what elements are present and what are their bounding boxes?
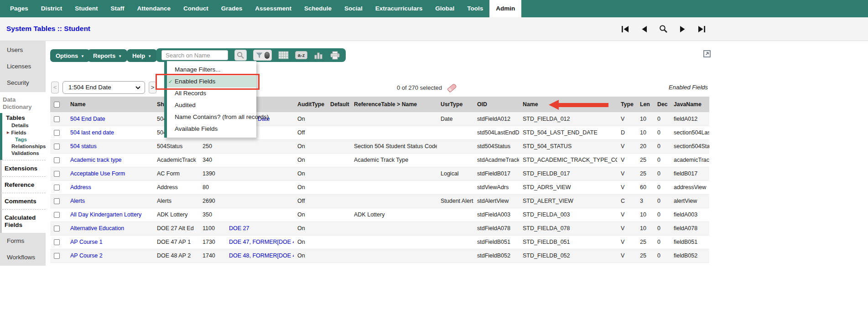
nav-tab[interactable]: Attendance bbox=[131, 0, 177, 17]
tag-link[interactable]: DOE 27 bbox=[229, 225, 249, 232]
field-name-link[interactable]: 504 status bbox=[70, 143, 97, 149]
row-checkbox[interactable] bbox=[54, 226, 60, 232]
filter-menu-item[interactable]: Available Fields bbox=[167, 123, 256, 135]
sidebar-group[interactable]: Comments bbox=[0, 193, 46, 209]
nav-tab[interactable]: Student bbox=[68, 0, 104, 17]
field-name-link[interactable]: Acceptable Use Form bbox=[70, 170, 125, 177]
sort-az-icon[interactable]: a-z bbox=[295, 51, 307, 59]
nav-tab[interactable]: Staff bbox=[104, 0, 131, 17]
reports-button[interactable]: Reports▼ bbox=[88, 49, 127, 62]
col-header-oid[interactable]: OID bbox=[473, 97, 519, 112]
nav-tab[interactable]: Tools bbox=[461, 0, 489, 17]
nav-tab[interactable]: Global bbox=[429, 0, 461, 17]
chevron-down-icon bbox=[135, 86, 140, 89]
field-name-link[interactable]: 504 End Date bbox=[70, 116, 105, 122]
row-checkbox[interactable] bbox=[54, 130, 60, 136]
nav-tab[interactable]: District bbox=[35, 0, 69, 17]
table-row: AP Course 1 DOE 47 AP 1 1730 DOE 47, FOR… bbox=[50, 235, 709, 249]
grid-view-icon[interactable] bbox=[278, 51, 289, 59]
sidebar-item[interactable]: Workflows bbox=[0, 249, 46, 266]
sidebar-subitem[interactable]: Details bbox=[2, 122, 46, 129]
sidebar-item[interactable]: Forms bbox=[0, 233, 46, 249]
field-name-link[interactable]: AP Course 1 bbox=[70, 239, 103, 245]
sidebar-item[interactable]: Licenses bbox=[0, 58, 46, 75]
row-checkbox[interactable] bbox=[54, 253, 60, 259]
col-header-usrtype[interactable]: UsrType bbox=[437, 97, 473, 112]
cell-default bbox=[327, 153, 350, 167]
row-checkbox[interactable] bbox=[54, 116, 60, 122]
search-input[interactable] bbox=[161, 50, 228, 60]
field-name-link[interactable]: All Day Kindergarten Lottery bbox=[70, 211, 141, 218]
row-checkbox[interactable] bbox=[54, 157, 60, 163]
table-row: 504 End Date 504 Date On Date stdFieldA0… bbox=[50, 112, 709, 126]
previous-icon[interactable] bbox=[641, 26, 647, 33]
cell-tags: DOE 47, FORMER[DOE 47] bbox=[225, 235, 294, 249]
col-header-len[interactable]: Len bbox=[636, 97, 654, 112]
sidebar-item[interactable]: Users bbox=[0, 42, 46, 58]
sidebar-subitem[interactable]: Fields bbox=[2, 129, 46, 136]
record-select[interactable]: 1:504 End Date bbox=[62, 81, 145, 94]
filter-menu-item[interactable]: Name Contains? (from all records) bbox=[167, 111, 256, 123]
nav-tab[interactable]: Admin bbox=[489, 0, 521, 17]
prev-record-button[interactable]: < bbox=[51, 82, 59, 93]
nav-tab[interactable]: Conduct bbox=[177, 0, 215, 17]
last-icon[interactable] bbox=[698, 26, 706, 33]
first-icon[interactable] bbox=[621, 26, 629, 33]
print-icon[interactable] bbox=[330, 51, 340, 60]
cell-tags bbox=[225, 180, 294, 194]
sidebar-subitem[interactable]: Tags bbox=[2, 136, 46, 143]
row-checkbox[interactable] bbox=[54, 212, 60, 218]
search-icon[interactable] bbox=[659, 25, 668, 33]
col-header-default[interactable]: Default bbox=[327, 97, 350, 112]
nav-tab[interactable]: Schedule bbox=[298, 0, 338, 17]
field-name-link[interactable]: Address bbox=[70, 184, 91, 190]
field-name-link[interactable]: Alerts bbox=[70, 198, 85, 204]
col-header-dec[interactable]: Dec bbox=[654, 97, 670, 112]
select-all-checkbox[interactable] bbox=[54, 102, 60, 108]
help-button[interactable]: Help▼ bbox=[127, 49, 157, 62]
nav-tab[interactable]: Grades bbox=[215, 0, 249, 17]
row-checkbox[interactable] bbox=[54, 171, 60, 177]
row-checkbox[interactable] bbox=[54, 198, 60, 204]
row-checkbox[interactable] bbox=[54, 185, 60, 190]
row-checkbox[interactable] bbox=[54, 239, 60, 245]
col-header-name[interactable]: Name bbox=[67, 97, 153, 112]
sidebar-subitem[interactable]: Validations bbox=[2, 150, 46, 157]
col-header-javaname[interactable]: JavaName bbox=[670, 97, 709, 112]
options-button[interactable]: Options▼ bbox=[50, 49, 90, 62]
tag-link[interactable]: DOE 47, FORMER[DOE 47] bbox=[229, 239, 294, 245]
eraser-icon[interactable] bbox=[447, 83, 457, 93]
nav-tab[interactable]: Pages bbox=[4, 0, 35, 17]
sidebar-item-tables[interactable]: Tables bbox=[2, 114, 46, 122]
row-checkbox[interactable] bbox=[54, 144, 60, 149]
cell-audittype: On bbox=[294, 180, 327, 194]
nav-tab[interactable]: Assessment bbox=[249, 0, 298, 17]
sidebar-group[interactable]: Reference bbox=[0, 176, 46, 193]
sidebar-item[interactable]: Security bbox=[0, 75, 46, 91]
tag-link[interactable]: DOE 48, FORMER[DOE 48] bbox=[229, 252, 294, 259]
col-header-audittype[interactable]: AuditType bbox=[294, 97, 327, 112]
field-name-link[interactable]: AP Course 2 bbox=[70, 252, 103, 259]
filter-toggle-button[interactable] bbox=[253, 50, 272, 61]
field-name-link[interactable]: Alternative Education bbox=[70, 225, 124, 232]
chart-icon[interactable] bbox=[314, 51, 323, 59]
sidebar-group[interactable]: Calculated Fields bbox=[0, 209, 46, 233]
col-header-referencetable[interactable]: ReferenceTable > Name bbox=[350, 97, 437, 112]
cell-shortname: Alerts bbox=[153, 194, 199, 208]
sidebar-subitem[interactable]: Relationships bbox=[2, 143, 46, 150]
cell-type: D bbox=[617, 126, 636, 139]
sidebar-group[interactable]: Extensions bbox=[0, 160, 46, 176]
field-name-link[interactable]: Academic track type bbox=[70, 157, 122, 163]
filter-menu-item[interactable]: Audited bbox=[167, 99, 256, 111]
cell-checkbox bbox=[50, 194, 67, 208]
field-name-link[interactable]: 504 last end date bbox=[70, 129, 114, 136]
col-header-type[interactable]: Type bbox=[617, 97, 636, 112]
nav-tab[interactable]: Social bbox=[338, 0, 369, 17]
next-icon[interactable] bbox=[680, 26, 686, 33]
search-go-button[interactable] bbox=[234, 50, 247, 61]
popout-icon[interactable] bbox=[703, 50, 711, 60]
cell-type: V bbox=[617, 208, 636, 221]
cell-referencetable bbox=[350, 167, 437, 180]
nav-tab[interactable]: Extracurriculars bbox=[369, 0, 429, 17]
cell-shortname: 504Status bbox=[153, 139, 199, 153]
